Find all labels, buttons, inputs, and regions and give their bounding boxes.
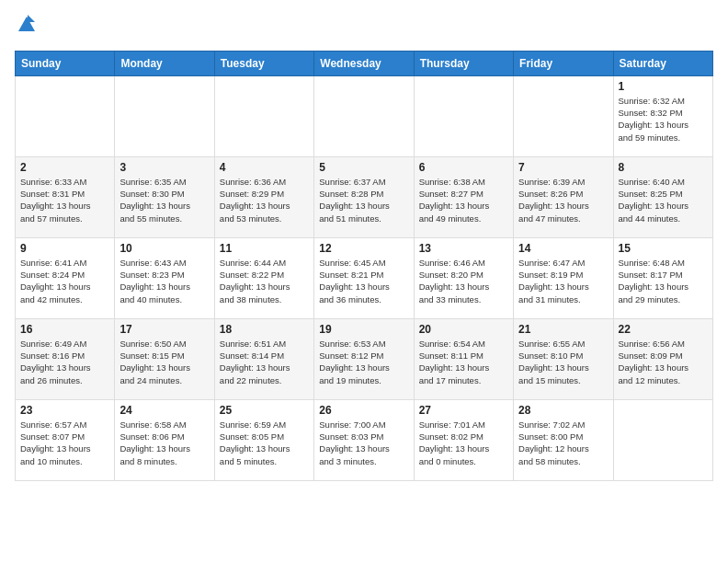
calendar-week-row: 1Sunrise: 6:32 AM Sunset: 8:32 PM Daylig… (16, 75, 713, 156)
day-info: Sunrise: 6:39 AM Sunset: 8:26 PM Dayligh… (518, 176, 608, 224)
day-number: 18 (220, 323, 309, 336)
calendar-day-cell (214, 75, 313, 156)
day-number: 5 (319, 161, 408, 174)
day-info: Sunrise: 6:55 AM Sunset: 8:10 PM Dayligh… (518, 338, 608, 386)
page-header (15, 15, 713, 40)
day-number: 26 (319, 404, 408, 417)
calendar-day-cell: 10Sunrise: 6:43 AM Sunset: 8:23 PM Dayli… (115, 237, 214, 318)
logo (15, 15, 37, 40)
day-number: 20 (419, 323, 508, 336)
calendar-day-cell (514, 75, 613, 156)
calendar-day-cell: 16Sunrise: 6:49 AM Sunset: 8:16 PM Dayli… (16, 318, 115, 399)
day-info: Sunrise: 6:57 AM Sunset: 8:07 PM Dayligh… (20, 419, 109, 467)
day-info: Sunrise: 6:38 AM Sunset: 8:27 PM Dayligh… (419, 176, 508, 224)
calendar-day-cell: 15Sunrise: 6:48 AM Sunset: 8:17 PM Dayli… (613, 237, 712, 318)
day-info: Sunrise: 6:40 AM Sunset: 8:25 PM Dayligh… (619, 176, 708, 224)
calendar-week-row: 9Sunrise: 6:41 AM Sunset: 8:24 PM Daylig… (16, 237, 713, 318)
day-info: Sunrise: 6:35 AM Sunset: 8:30 PM Dayligh… (119, 176, 209, 224)
calendar-day-cell: 28Sunrise: 7:02 AM Sunset: 8:00 PM Dayli… (514, 399, 613, 480)
calendar-day-cell: 23Sunrise: 6:57 AM Sunset: 8:07 PM Dayli… (16, 399, 115, 480)
calendar-table: SundayMondayTuesdayWednesdayThursdayFrid… (15, 51, 713, 481)
day-number: 23 (20, 404, 109, 417)
weekday-header-cell: Sunday (16, 51, 115, 75)
day-number: 16 (20, 323, 109, 336)
calendar-day-cell: 13Sunrise: 6:46 AM Sunset: 8:20 PM Dayli… (414, 237, 513, 318)
day-number: 3 (119, 161, 209, 174)
calendar-day-cell (115, 75, 214, 156)
day-number: 7 (518, 161, 608, 174)
day-info: Sunrise: 6:59 AM Sunset: 8:05 PM Dayligh… (220, 419, 309, 467)
logo-icon (17, 15, 37, 35)
calendar-day-cell: 11Sunrise: 6:44 AM Sunset: 8:22 PM Dayli… (214, 237, 313, 318)
day-number: 25 (220, 404, 309, 417)
day-info: Sunrise: 6:51 AM Sunset: 8:14 PM Dayligh… (220, 338, 309, 386)
day-number: 9 (20, 242, 109, 255)
calendar-day-cell (414, 75, 513, 156)
day-info: Sunrise: 6:36 AM Sunset: 8:29 PM Dayligh… (220, 176, 309, 224)
day-info: Sunrise: 6:46 AM Sunset: 8:20 PM Dayligh… (419, 257, 508, 305)
day-number: 11 (220, 242, 309, 255)
svg-marker-1 (28, 15, 35, 22)
calendar-body: 1Sunrise: 6:32 AM Sunset: 8:32 PM Daylig… (16, 75, 713, 480)
calendar-day-cell: 3Sunrise: 6:35 AM Sunset: 8:30 PM Daylig… (115, 156, 214, 237)
calendar-day-cell: 17Sunrise: 6:50 AM Sunset: 8:15 PM Dayli… (115, 318, 214, 399)
calendar-day-cell: 5Sunrise: 6:37 AM Sunset: 8:28 PM Daylig… (314, 156, 414, 237)
day-info: Sunrise: 6:32 AM Sunset: 8:32 PM Dayligh… (619, 95, 708, 144)
day-number: 24 (119, 404, 209, 417)
day-info: Sunrise: 6:53 AM Sunset: 8:12 PM Dayligh… (319, 338, 408, 386)
day-info: Sunrise: 6:48 AM Sunset: 8:17 PM Dayligh… (619, 257, 708, 305)
svg-marker-0 (18, 17, 35, 31)
day-number: 17 (119, 323, 209, 336)
calendar-day-cell: 6Sunrise: 6:38 AM Sunset: 8:27 PM Daylig… (414, 156, 513, 237)
day-info: Sunrise: 6:49 AM Sunset: 8:16 PM Dayligh… (20, 338, 109, 386)
calendar-day-cell (613, 399, 712, 480)
day-number: 8 (619, 161, 708, 174)
calendar-day-cell: 8Sunrise: 6:40 AM Sunset: 8:25 PM Daylig… (613, 156, 712, 237)
day-info: Sunrise: 6:50 AM Sunset: 8:15 PM Dayligh… (119, 338, 209, 386)
calendar-week-row: 23Sunrise: 6:57 AM Sunset: 8:07 PM Dayli… (16, 399, 713, 480)
day-number: 2 (20, 161, 109, 174)
day-number: 4 (220, 161, 309, 174)
calendar-day-cell: 4Sunrise: 6:36 AM Sunset: 8:29 PM Daylig… (214, 156, 313, 237)
day-number: 28 (518, 404, 608, 417)
day-info: Sunrise: 6:44 AM Sunset: 8:22 PM Dayligh… (220, 257, 309, 305)
calendar-day-cell: 20Sunrise: 6:54 AM Sunset: 8:11 PM Dayli… (414, 318, 513, 399)
day-info: Sunrise: 6:47 AM Sunset: 8:19 PM Dayligh… (518, 257, 608, 305)
day-info: Sunrise: 6:54 AM Sunset: 8:11 PM Dayligh… (419, 338, 508, 386)
calendar-day-cell: 24Sunrise: 6:58 AM Sunset: 8:06 PM Dayli… (115, 399, 214, 480)
calendar-day-cell: 12Sunrise: 6:45 AM Sunset: 8:21 PM Dayli… (314, 237, 414, 318)
calendar-day-cell: 21Sunrise: 6:55 AM Sunset: 8:10 PM Dayli… (514, 318, 613, 399)
calendar-week-row: 2Sunrise: 6:33 AM Sunset: 8:31 PM Daylig… (16, 156, 713, 237)
day-info: Sunrise: 7:02 AM Sunset: 8:00 PM Dayligh… (518, 419, 608, 467)
day-number: 10 (119, 242, 209, 255)
calendar-day-cell: 19Sunrise: 6:53 AM Sunset: 8:12 PM Dayli… (314, 318, 414, 399)
calendar-day-cell: 9Sunrise: 6:41 AM Sunset: 8:24 PM Daylig… (16, 237, 115, 318)
weekday-header-cell: Thursday (414, 51, 513, 75)
calendar-day-cell: 27Sunrise: 7:01 AM Sunset: 8:02 PM Dayli… (414, 399, 513, 480)
day-info: Sunrise: 6:37 AM Sunset: 8:28 PM Dayligh… (319, 176, 408, 224)
calendar-day-cell: 18Sunrise: 6:51 AM Sunset: 8:14 PM Dayli… (214, 318, 313, 399)
day-number: 14 (518, 242, 608, 255)
day-info: Sunrise: 6:43 AM Sunset: 8:23 PM Dayligh… (119, 257, 209, 305)
day-info: Sunrise: 6:33 AM Sunset: 8:31 PM Dayligh… (20, 176, 109, 224)
day-number: 19 (319, 323, 408, 336)
calendar-day-cell (314, 75, 414, 156)
calendar-day-cell: 7Sunrise: 6:39 AM Sunset: 8:26 PM Daylig… (514, 156, 613, 237)
day-info: Sunrise: 6:45 AM Sunset: 8:21 PM Dayligh… (319, 257, 408, 305)
calendar-day-cell: 2Sunrise: 6:33 AM Sunset: 8:31 PM Daylig… (16, 156, 115, 237)
day-info: Sunrise: 6:56 AM Sunset: 8:09 PM Dayligh… (619, 338, 708, 386)
day-number: 6 (419, 161, 508, 174)
calendar-day-cell: 1Sunrise: 6:32 AM Sunset: 8:32 PM Daylig… (613, 75, 712, 156)
day-info: Sunrise: 6:58 AM Sunset: 8:06 PM Dayligh… (119, 419, 209, 467)
weekday-header-cell: Saturday (613, 51, 712, 75)
calendar-day-cell: 25Sunrise: 6:59 AM Sunset: 8:05 PM Dayli… (214, 399, 313, 480)
calendar-day-cell (16, 75, 115, 156)
calendar-day-cell: 14Sunrise: 6:47 AM Sunset: 8:19 PM Dayli… (514, 237, 613, 318)
day-number: 22 (619, 323, 708, 336)
calendar-week-row: 16Sunrise: 6:49 AM Sunset: 8:16 PM Dayli… (16, 318, 713, 399)
calendar-day-cell: 22Sunrise: 6:56 AM Sunset: 8:09 PM Dayli… (613, 318, 712, 399)
calendar-day-cell: 26Sunrise: 7:00 AM Sunset: 8:03 PM Dayli… (314, 399, 414, 480)
day-number: 1 (619, 80, 708, 93)
weekday-header-cell: Monday (115, 51, 214, 75)
day-number: 21 (518, 323, 608, 336)
